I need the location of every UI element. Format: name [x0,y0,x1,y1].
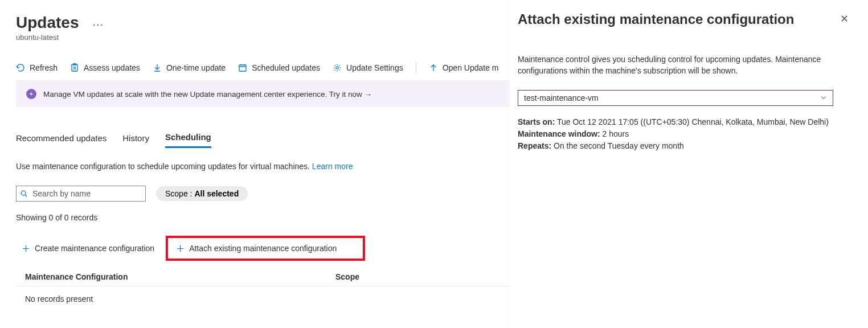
onetime-button[interactable]: One-time update [153,63,226,72]
window-label: Maintenance window: [518,129,600,138]
settings-button[interactable]: Update Settings [333,63,403,72]
detail-row-starts: Starts on: Tue Oct 12 2021 17:05 ((UTC+0… [518,116,852,128]
open-management-button[interactable]: Open Update m [429,63,499,72]
svg-rect-0 [72,64,77,71]
scope-filter[interactable]: Scope : All selected [156,186,248,201]
create-config-label: Create maintenance configuration [35,244,154,253]
calendar-icon [238,63,247,72]
arrow-up-icon [429,63,438,72]
download-icon [153,63,162,72]
panel-description: Maintenance control gives you scheduling… [518,54,852,76]
scheduled-label: Scheduled updates [252,63,320,72]
detail-row-repeats: Repeats: On the second Tuesday every mon… [518,140,852,152]
page-subtitle: ubuntu-latest [16,33,510,42]
open-management-label: Open Update m [443,63,499,72]
svg-point-3 [21,191,26,195]
page-title: Updates [16,14,79,32]
description-text: Use maintenance configuration to schedul… [16,162,310,171]
info-banner[interactable]: Manage VM updates at scale with the new … [16,80,510,107]
side-panel: Attach existing maintenance configuratio… [509,0,868,328]
panel-title: Attach existing maintenance configuratio… [518,10,794,28]
config-select-value: test-maintenance-vm [524,93,599,102]
scope-value: All selected [194,189,239,198]
repeats-value: On the second Tuesday every month [551,141,684,150]
assess-label: Assess updates [84,63,140,72]
onetime-label: One-time update [166,63,226,72]
clipboard-icon [70,63,79,72]
table-header: Maintenance Configuration Scope [16,266,510,286]
svg-rect-1 [239,65,246,71]
action-row: Create maintenance configuration Attach … [16,236,510,261]
more-icon[interactable]: ··· [92,18,104,31]
config-select[interactable]: test-maintenance-vm [518,90,833,106]
search-box [16,186,146,202]
starts-value: Tue Oct 12 2021 17:05 ((UTC+05:30) Chenn… [555,117,829,126]
scope-prefix: Scope : [165,189,194,198]
tab-history[interactable]: History [122,132,149,148]
search-input[interactable] [16,186,146,202]
chevron-down-icon [820,93,827,102]
close-icon[interactable]: ✕ [837,10,852,27]
records-count: Showing 0 of 0 records [16,213,510,222]
learn-more-link[interactable]: Learn more [312,162,353,171]
tab-recommended[interactable]: Recommended updates [16,132,107,148]
page-title-row: Updates ··· [16,14,510,32]
banner-text: Manage VM updates at scale with the new … [43,90,372,99]
col-header-scope[interactable]: Scope [335,272,501,281]
repeats-label: Repeats: [518,141,551,150]
search-row: Scope : All selected [16,186,510,202]
col-header-config[interactable]: Maintenance Configuration [25,272,335,281]
assess-button[interactable]: Assess updates [70,63,140,72]
compass-icon [26,89,36,99]
table-empty-row: No records present [16,286,510,311]
toolbar: Refresh Assess updates One-time update S… [16,62,510,79]
panel-details: Starts on: Tue Oct 12 2021 17:05 ((UTC+0… [518,116,852,152]
tab-description: Use maintenance configuration to schedul… [16,162,510,171]
refresh-label: Refresh [30,63,58,72]
attach-config-label: Attach existing maintenance configuratio… [189,244,337,253]
attach-config-button[interactable]: Attach existing maintenance configuratio… [170,239,340,257]
create-config-button[interactable]: Create maintenance configuration [16,239,158,257]
gear-icon [333,63,342,72]
panel-header: Attach existing maintenance configuratio… [518,10,852,28]
highlight-annotation: Attach existing maintenance configuratio… [166,236,365,261]
main-content: Updates ··· ubuntu-latest Refresh Assess… [0,0,510,311]
settings-label: Update Settings [346,63,403,72]
tab-scheduling[interactable]: Scheduling [165,132,211,148]
window-value: 2 hours [600,129,629,138]
plus-icon [22,244,30,253]
refresh-icon [16,63,25,72]
detail-row-window: Maintenance window: 2 hours [518,128,852,140]
refresh-button[interactable]: Refresh [16,63,58,72]
scheduled-button[interactable]: Scheduled updates [238,63,320,72]
toolbar-divider [416,62,416,73]
starts-label: Starts on: [518,117,555,126]
plus-icon [176,244,185,253]
svg-point-2 [336,67,338,69]
tabs: Recommended updates History Scheduling [16,132,510,148]
search-icon [20,190,28,198]
